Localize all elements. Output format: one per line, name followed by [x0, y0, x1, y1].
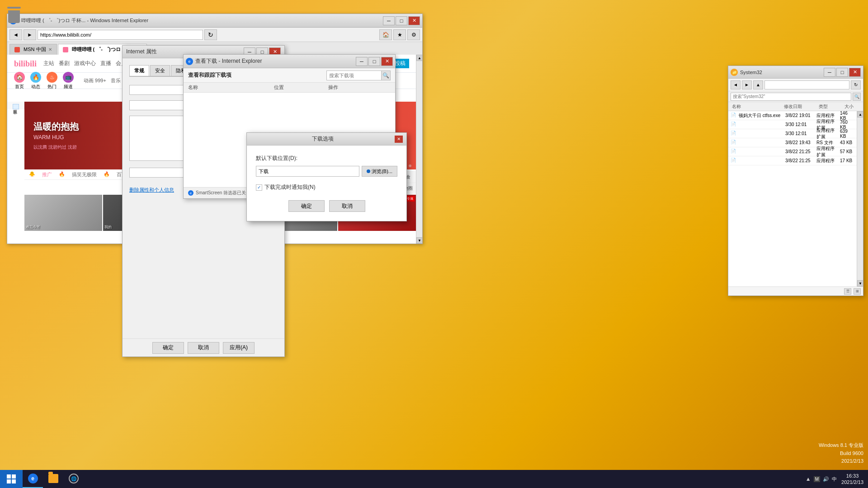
- taskbar-network-app[interactable]: 🌐: [63, 470, 84, 488]
- dm-search-button[interactable]: 🔍: [381, 71, 390, 80]
- nav-live[interactable]: 直播: [100, 60, 111, 67]
- do-browse-button[interactable]: 浏览(B)...: [362, 166, 397, 177]
- nav-gamecenter[interactable]: 游戏中心: [74, 60, 96, 67]
- ie-maximize-button[interactable]: □: [396, 16, 407, 25]
- do-dialog-title: 下载选项: [250, 135, 395, 143]
- msn-tab-close[interactable]: ✕: [48, 47, 52, 52]
- fe-forward-button[interactable]: ►: [742, 80, 752, 89]
- dm-minimize-button[interactable]: ─: [356, 57, 368, 66]
- fe-window-title: System32: [740, 70, 824, 75]
- fe-row-2[interactable]: 📄 3/30 12:01 应用程序扩展 639 KB: [728, 129, 857, 138]
- fe-refresh-button[interactable]: ↻: [851, 80, 861, 89]
- ip-apply-button[interactable]: 应用(A): [223, 342, 255, 354]
- dm-toolbar-title: 查看和跟踪下载项: [188, 71, 322, 79]
- ie-close-button[interactable]: ✕: [408, 16, 420, 25]
- ie-tools-button[interactable]: ⚙: [407, 29, 420, 40]
- nav-fanju[interactable]: 番剧: [59, 60, 70, 67]
- thumb-1[interactable]: 难忘今宵: [24, 195, 102, 231]
- fe-row-0-icon: 📄: [731, 113, 736, 119]
- dm-toolbar: 查看和跟踪下载项 🔍: [184, 68, 395, 83]
- fe-search-input[interactable]: [731, 93, 851, 101]
- fe-row-4[interactable]: 📄 3/8/22 21:25 应用程序扩展 57 KB: [728, 147, 857, 156]
- fe-scroll-down[interactable]: ▼: [857, 280, 863, 286]
- fe-row-3-icon: 📄: [731, 140, 736, 146]
- fe-view-details-button[interactable]: ☰: [844, 288, 851, 295]
- taskbar-keyboard-icon[interactable]: M: [814, 476, 820, 482]
- dm-close-button[interactable]: ✕: [381, 57, 393, 66]
- sidebar-customer-service[interactable]: 联系客服: [13, 104, 19, 109]
- fe-view-icons-button[interactable]: ⊞: [854, 288, 861, 295]
- ip-cancel-button[interactable]: 取消: [188, 342, 219, 354]
- ip-tab-general[interactable]: 常规: [129, 65, 149, 76]
- taskbar-volume-icon[interactable]: 🔊: [823, 476, 829, 482]
- cat-dynamic[interactable]: 🔥 动态: [30, 72, 41, 90]
- fe-row-5[interactable]: 📄 3/8/22 21:25 应用程序 17 KB: [728, 156, 857, 165]
- promo-icon-2: 🔥: [59, 171, 65, 178]
- ie-refresh-button[interactable]: ↻: [204, 29, 217, 40]
- fe-toolbar: ◄ ► ▲ ↻: [728, 79, 863, 91]
- scrollbar-down-button[interactable]: ▼: [416, 237, 422, 244]
- ip-tab-security[interactable]: 安全: [150, 65, 170, 76]
- dm-window-controls: ─ □ ✕: [356, 57, 393, 66]
- dm-col-operation: 操作: [328, 84, 395, 91]
- dm-search-input[interactable]: [327, 72, 381, 79]
- scrollbar-track[interactable]: [416, 61, 422, 237]
- fe-row-5-size: 17 KB: [839, 158, 854, 163]
- ie-favorites-button[interactable]: ★: [393, 29, 406, 40]
- fe-up-button[interactable]: ▲: [753, 80, 763, 89]
- dm-smartscreen-text: SmartScreen 筛选器已关: [196, 190, 246, 196]
- do-path-input[interactable]: [256, 166, 359, 177]
- nav-zhuzhan[interactable]: 主站: [43, 60, 54, 67]
- sub-nav-animation[interactable]: 动画 999+: [84, 77, 106, 84]
- win-watermark-line3: 2021/2/13: [819, 457, 863, 465]
- fe-address-bar[interactable]: [764, 80, 849, 89]
- taskbar-folder-app[interactable]: [43, 470, 63, 488]
- dm-maximize-button[interactable]: □: [368, 57, 380, 66]
- taskbar-network-status-icon[interactable]: ▲: [806, 476, 811, 482]
- cat-hot[interactable]: ♨ 热门: [47, 72, 57, 90]
- promo-label[interactable]: 推广: [42, 171, 52, 178]
- fe-row-2-date: 3/30 12:01: [784, 131, 815, 136]
- fe-search-button[interactable]: 🔍: [853, 93, 861, 101]
- do-body: 默认下载位置(D): 浏览(B)... 下载完成时通知我(N) 确定 取消: [247, 145, 406, 221]
- taskbar-language-icon[interactable]: 中: [832, 476, 837, 483]
- fe-row-0-date: 3/8/22 19:01: [784, 113, 815, 118]
- taskbar-ie-app[interactable]: e: [23, 470, 43, 488]
- fe-maximize-button[interactable]: □: [836, 68, 848, 77]
- bilibili-logo[interactable]: bilibili: [14, 58, 37, 69]
- ie-home-button[interactable]: 🏠: [379, 29, 392, 40]
- trash-icon[interactable]: [7, 7, 21, 23]
- ip-footer: 确定 取消 应用(A): [123, 338, 284, 357]
- do-cancel-button[interactable]: 取消: [329, 200, 365, 212]
- fe-row-2-type: 应用程序扩展: [815, 127, 839, 140]
- ie-tab-msn[interactable]: MSN 中国 ✕: [9, 44, 57, 55]
- scrollbar-up-button[interactable]: ▲: [416, 55, 422, 61]
- ie-forward-button[interactable]: ►: [24, 29, 36, 40]
- fe-close-button[interactable]: ✕: [849, 68, 861, 77]
- dm-titlebar: e 查看下载 - Internet Explorer ─ □ ✕: [184, 55, 395, 68]
- ie-minimize-button[interactable]: ─: [383, 16, 395, 25]
- taskbar-clock[interactable]: 16:33 2021/2/13: [841, 473, 863, 486]
- fe-scroll-up[interactable]: ▲: [857, 111, 863, 117]
- cat-hot-icon: ♨: [47, 72, 57, 83]
- ie-address-bar[interactable]: [38, 30, 203, 40]
- ip-ok-button[interactable]: 确定: [152, 342, 184, 354]
- fe-column-headers: 名称 修改日期 类型 大小: [728, 102, 863, 111]
- promo-item-1[interactable]: 搞笑无极限: [72, 171, 97, 178]
- fe-scroll-track[interactable]: [857, 117, 863, 280]
- fe-window-controls: ─ □ ✕: [824, 68, 861, 77]
- cat-channel[interactable]: 📺 频道: [63, 72, 74, 90]
- fe-minimize-button[interactable]: ─: [824, 68, 835, 77]
- ip-remove-link[interactable]: 删除属性和个人信息: [129, 187, 174, 192]
- do-confirm-button[interactable]: 确定: [288, 200, 325, 212]
- do-close-button[interactable]: ✕: [395, 136, 403, 143]
- cat-home[interactable]: 🏠 首页: [14, 72, 25, 90]
- taskbar-start-button[interactable]: [0, 470, 23, 488]
- fe-back-button[interactable]: ◄: [731, 80, 741, 89]
- ie-back-button[interactable]: ◄: [9, 29, 22, 40]
- do-notify-checkbox[interactable]: [256, 184, 262, 191]
- fe-row-3-date: 3/8/22 19:43: [784, 140, 815, 145]
- fe-titlebar: 📁 System32 ─ □ ✕: [728, 66, 863, 79]
- fe-row-1-icon: 📄: [731, 122, 736, 128]
- hero-title: 温暖的抱抱: [33, 121, 79, 133]
